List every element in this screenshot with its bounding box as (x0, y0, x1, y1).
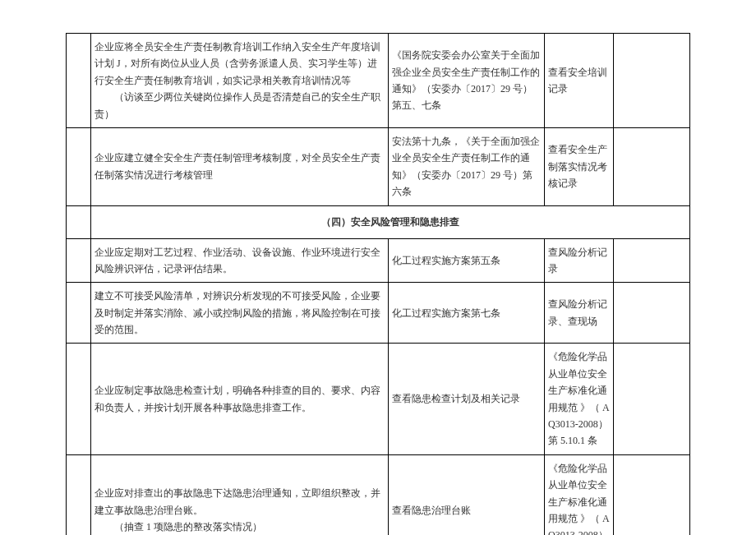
row-spacer (67, 455, 91, 535)
cell-check: 查看安全生产制落实情况考核记录 (545, 128, 614, 205)
cell-result (614, 344, 689, 454)
table-row: 企业应将全员安全生产责任制教育培训工作纳入安全生产年度培训计划 J，对所有岗位从… (67, 34, 689, 128)
cell-result (614, 239, 689, 283)
cell-basis: 《国务院安委会办公室关于全面加强企业全员安全生产责任制工作的通知》（安委办〔20… (389, 34, 545, 127)
cell-check: 查看安全培训记录 (545, 34, 614, 127)
section-header-row: （四）安全风险管理和隐患排查 (67, 206, 689, 239)
cell-check: 查风险分析记录 (545, 239, 614, 283)
cell-basis: 化工过程实施方案第七条 (389, 283, 545, 343)
row-spacer (67, 34, 91, 127)
cell-description: 企业应对排查出的事故隐患下达隐患治理通知，立即组织整改，并建立事故隐患治理台账。… (91, 455, 389, 535)
desc-text: 企业应将全员安全生产责任制教育培训工作纳入安全生产年度培训计划 J，对所有岗位从… (94, 41, 380, 86)
cell-basis: 查看隐患治理台账 (389, 455, 545, 535)
cell-basis: 查看隐患检查计划及相关记录 (389, 344, 545, 454)
row-spacer (67, 128, 91, 205)
inspection-table: 企业应将全员安全生产责任制教育培训工作纳入安全生产年度培训计划 J，对所有岗位从… (66, 33, 690, 535)
cell-description: 企业应建立健全安全生产责任制管理考核制度，对全员安全生产责任制落实情况进行考核管… (91, 128, 389, 205)
table-row: 企业应对排查出的事故隐患下达隐患治理通知，立即组织整改，并建立事故隐患治理台账。… (67, 455, 689, 535)
desc-text: 企业应对排查出的事故隐患下达隐患治理通知，立即组织整改，并建立事故隐患治理台账。 (94, 487, 380, 515)
cell-description: 建立不可接受风险清单，对辨识分析发现的不可接受风险，企业要及时制定并落实消除、减… (91, 283, 389, 343)
cell-result (614, 455, 689, 535)
row-spacer (67, 344, 91, 454)
table-row: 建立不可接受风险清单，对辨识分析发现的不可接受风险，企业要及时制定并落实消除、减… (67, 283, 689, 344)
desc-sub-text: （访谈至少两位关键岗位操作人员是否清楚自己的安全生产职责） (94, 89, 385, 122)
desc-sub-text: （抽查 1 项隐患的整改落实情况） (94, 519, 385, 535)
cell-result (614, 283, 689, 343)
cell-result (614, 34, 689, 127)
cell-result (614, 128, 689, 205)
table-row: 企业应制定事故隐患检查计划，明确各种排查的目的、要求、内容和负责人，并按计划开展… (67, 344, 689, 454)
cell-check: 《危险化学品从业单位安全生产标准化通用规范 》（ AQ3013-2008）第 5… (545, 455, 614, 535)
row-spacer (67, 239, 91, 283)
cell-description: 企业应定期对工艺过程、作业活动、设备设施、作业环境进行安全风险辨识评估，记录评估… (91, 239, 389, 283)
row-spacer (67, 283, 91, 343)
cell-check: 查风险分析记录、查现场 (545, 283, 614, 343)
row-spacer (67, 206, 91, 238)
cell-basis: 化工过程实施方案第五条 (389, 239, 545, 283)
cell-check: 《危险化学品从业单位安全生产标准化通用规范 》（ AQ3013-2008）第 5… (545, 344, 614, 454)
section-title: （四）安全风险管理和隐患排查 (91, 206, 689, 238)
cell-basis: 安法第十九条，《关于全面加强企业全员安全生产责任制工作的通知》（安委办〔2017… (389, 128, 545, 205)
table-row: 企业应建立健全安全生产责任制管理考核制度，对全员安全生产责任制落实情况进行考核管… (67, 128, 689, 206)
cell-description: 企业应将全员安全生产责任制教育培训工作纳入安全生产年度培训计划 J，对所有岗位从… (91, 34, 389, 127)
cell-description: 企业应制定事故隐患检查计划，明确各种排查的目的、要求、内容和负责人，并按计划开展… (91, 344, 389, 454)
table-row: 企业应定期对工艺过程、作业活动、设备设施、作业环境进行安全风险辨识评估，记录评估… (67, 239, 689, 284)
